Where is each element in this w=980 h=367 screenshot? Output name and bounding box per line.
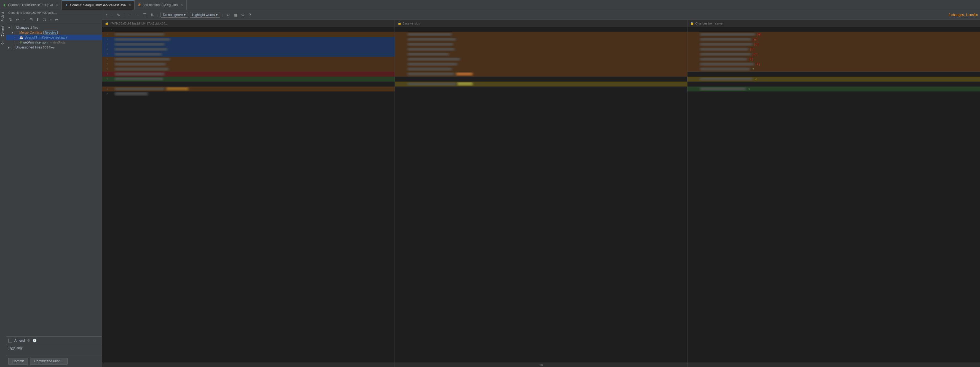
amend-history-icon[interactable]: 🕐 <box>33 338 37 343</box>
pin-btn[interactable]: → <box>22 17 27 22</box>
diff-toolbar: ↑ ↓ ✎ | ← → ☰ ⇅ | Do not ignore ▾ Highli… <box>102 10 980 20</box>
diff-gear-btn[interactable]: ⚙ <box>240 12 246 17</box>
code-line-r0 <box>687 27 980 32</box>
merge-conflicts-checkbox[interactable] <box>15 31 18 34</box>
amend-label: Amend <box>14 338 25 343</box>
tab-icon-getloc: ❋ <box>138 3 141 7</box>
diff-content-center[interactable] <box>395 27 687 362</box>
commit-push-button[interactable]: Commit and Push... <box>30 357 67 365</box>
file1-checkbox[interactable] <box>15 36 18 39</box>
diff-edit-btn[interactable]: ✎ <box>116 12 121 17</box>
highlight-words-btn[interactable]: Highlight words ▾ <box>190 12 220 17</box>
diff-help-btn[interactable]: ? <box>248 12 252 17</box>
changes-row[interactable]: ▼ Changes 2 files <box>6 25 102 30</box>
diff-bottom-left <box>102 362 395 367</box>
diff-back-btn[interactable]: ← <box>127 12 133 17</box>
code-line-c5 <box>395 52 687 57</box>
code-line-l1: i <box>102 32 395 37</box>
tab-getloc[interactable]: ❋ getLocationsByOrg.json ✕ <box>135 0 186 10</box>
code-line-l11 <box>102 81 395 86</box>
tab-seagull[interactable]: ✦ Commit: SeagullThriftServiceTest.java … <box>62 0 135 10</box>
code-line-c11 <box>395 81 687 86</box>
code-line-c0 <box>395 27 687 32</box>
highlight-chevron: ▾ <box>216 13 218 17</box>
arrows-btn[interactable]: ⇌ <box>54 17 59 22</box>
file1-icon: ☕ <box>19 35 24 40</box>
code-line-r3: u <box>687 42 980 47</box>
tab-close-seagull[interactable]: ✕ <box>129 3 131 7</box>
code-line-c3 <box>395 42 687 47</box>
diff-panel-right-header: 🔒 Changes from server <box>687 20 980 27</box>
bottom-line-center: 18 <box>395 364 687 367</box>
side-content: Commit to feature/60494406/cuijia... ↻ ↩… <box>6 10 102 367</box>
merge-conflicts-arrow: ▼ <box>11 31 14 34</box>
merge-conflicts-row[interactable]: ▼ Merge Conflicts Resolve <box>6 30 102 35</box>
diff-panel-center: 🔒 Base version <box>395 20 688 367</box>
undo-btn[interactable]: ↩ <box>15 17 20 22</box>
hex-btn[interactable]: ⬡ <box>42 17 47 22</box>
unversioned-count: 505 files <box>43 46 54 49</box>
tab-icon-common: ◐ <box>3 3 6 7</box>
diff-bottom-right <box>687 362 980 367</box>
amend-settings-icon[interactable]: ⚙ <box>27 338 30 343</box>
diff-content-right[interactable]: 0 u u <box>687 27 980 362</box>
diff-sep2: | <box>157 13 158 17</box>
diff-fwd-btn[interactable]: → <box>134 12 140 17</box>
file2-checkbox[interactable] <box>15 41 18 44</box>
changes-label: Changes <box>16 25 29 30</box>
diff-merge-btn[interactable]: ⇅ <box>150 12 155 17</box>
code-line-l6: i <box>102 57 395 62</box>
code-line-r5: t <box>687 52 980 57</box>
ignore-label: Do not ignore <box>163 13 183 17</box>
unversioned-arrow: ▶ <box>8 46 10 49</box>
file1-row[interactable]: ☕ SeagullThriftServiceTest.java <box>6 35 102 40</box>
code-line-c4 <box>395 47 687 52</box>
amend-row: Amend ⚙ 🕐 <box>6 337 102 344</box>
code-line-r10: c <box>687 76 980 81</box>
diff-lines-btn[interactable]: ☰ <box>142 12 148 17</box>
code-line-l9: i <box>102 71 395 76</box>
code-line-left-check: ✓ <box>102 27 395 32</box>
diff-up-btn[interactable]: ↑ <box>104 12 108 17</box>
diff-content-left[interactable]: ✓ i i <box>102 27 395 362</box>
file2-icon: ❋ <box>19 40 22 44</box>
code-line-r7: t <box>687 62 980 67</box>
code-line-r9 <box>687 71 980 76</box>
git-label-vertical[interactable]: Git <box>0 38 6 47</box>
tab-close-common[interactable]: ✕ <box>56 3 58 6</box>
commit-button[interactable]: Commit <box>8 357 28 365</box>
code-line-r13 <box>687 92 980 97</box>
code-line-c7 <box>395 62 687 67</box>
file2-row[interactable]: ❋ getProvince.json ~/IdeaProje <box>6 40 102 45</box>
list-btn[interactable]: ≡ <box>49 17 52 22</box>
commit-message[interactable]: 消除冲突 <box>6 344 102 355</box>
changes-checkbox[interactable] <box>11 26 15 29</box>
amend-checkbox[interactable] <box>8 338 12 343</box>
project-label[interactable]: Project <box>0 10 6 24</box>
code-lines-left: ✓ i i <box>102 27 395 97</box>
diff-panel-left: 🔒 474f1c58af5c923ae2d4b9497cc2cfdbc84...… <box>102 20 395 367</box>
unversioned-row[interactable]: ▶ Unversioned Files 505 files <box>6 45 102 50</box>
diff-panels: 🔒 474f1c58af5c923ae2d4b9497cc2cfdbc84...… <box>102 20 980 367</box>
resolve-button[interactable]: Resolve <box>43 30 57 35</box>
diff-panel-right: 🔒 Changes from server 0 <box>687 20 980 367</box>
tab-close-getloc[interactable]: ✕ <box>181 3 183 6</box>
tab-common[interactable]: ◐ CommonThriftServiceTest.java ✕ <box>0 0 62 10</box>
upload-btn[interactable]: ⬆ <box>35 17 40 22</box>
ignore-dropdown[interactable]: Do not ignore ▾ <box>161 12 188 17</box>
diff-sep1: | <box>124 13 124 17</box>
refresh-btn[interactable]: ↻ <box>8 17 13 22</box>
grid-btn[interactable]: ⊞ <box>29 17 33 22</box>
code-line-r12: 1 <box>687 86 980 92</box>
diff-settings-sep-btn[interactable]: ⚙ <box>225 12 231 17</box>
tab-label-common: CommonThriftServiceTest.java <box>8 3 53 7</box>
code-line-l8: i <box>102 67 395 71</box>
ignore-chevron: ▾ <box>184 13 186 17</box>
diff-cols-btn[interactable]: ▦ <box>233 12 239 17</box>
diff-down-btn[interactable]: ↓ <box>110 12 114 17</box>
commit-label-vertical[interactable]: Commit <box>0 24 6 38</box>
side-panel: Project Commit Git Commit to feature/604… <box>0 10 102 367</box>
tab-icon-seagull: ✦ <box>65 3 68 7</box>
file2-label: getProvince.json <box>23 40 48 44</box>
unversioned-checkbox[interactable] <box>11 46 14 49</box>
